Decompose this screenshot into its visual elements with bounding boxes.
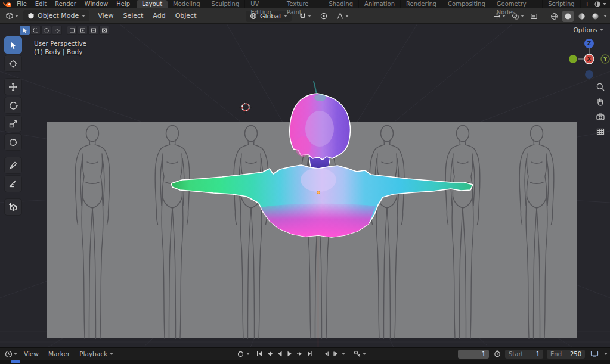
menu-object[interactable]: Object	[171, 8, 202, 24]
axis-z-neg-ball[interactable]	[585, 70, 593, 79]
tab-modeling[interactable]: Modeling	[168, 0, 206, 8]
menu-edit[interactable]: Edit	[31, 0, 51, 8]
current-frame-field[interactable]: 1	[458, 350, 489, 359]
next-keyframe-button[interactable]	[295, 349, 304, 359]
xray-icon	[530, 13, 538, 20]
shading-rendered-button[interactable]	[590, 11, 601, 22]
select-lasso-mode-button[interactable]	[52, 26, 62, 35]
auto-keying-button[interactable]	[236, 349, 245, 359]
tab-sculpting[interactable]: Sculpting	[206, 0, 246, 8]
mode-dropdown-label: Object Mode	[38, 12, 79, 20]
frame-step-caret-icon[interactable]	[342, 353, 345, 355]
scene-status-icon[interactable]	[594, 1, 601, 8]
viewport-header: Object Mode View Select Add Object Globa…	[0, 8, 610, 24]
zoom-button[interactable]	[593, 80, 608, 94]
start-frame-field[interactable]: Start 1	[505, 350, 543, 359]
options-dropdown[interactable]: Options	[570, 25, 606, 35]
head-sheen	[305, 111, 334, 147]
menu-select[interactable]: Select	[118, 8, 148, 24]
auto-keying-caret-icon[interactable]	[246, 353, 250, 355]
tool-measure[interactable]	[4, 175, 22, 192]
menu-view[interactable]: View	[93, 8, 118, 24]
tab-scripting[interactable]: Scripting	[543, 0, 580, 8]
tool-move[interactable]	[4, 78, 22, 95]
end-frame-field[interactable]: End 250	[547, 350, 585, 359]
previous-keyframe-button[interactable]	[265, 349, 274, 359]
pan-hand-button[interactable]	[593, 95, 608, 109]
tab-compositing[interactable]: Compositing	[442, 0, 491, 8]
transport-controls	[236, 349, 366, 359]
tool-annotate[interactable]	[4, 157, 22, 174]
select-box-mode-button[interactable]	[30, 26, 41, 35]
toggle-xray-button[interactable]	[528, 11, 540, 22]
mode-dropdown-caret-icon	[82, 15, 85, 17]
tab-shading[interactable]: Shading	[323, 0, 359, 8]
select-set-mode-button[interactable]	[67, 26, 77, 35]
tab-texture-paint[interactable]: Texture Paint	[281, 0, 324, 8]
select-circle-mode-button[interactable]	[41, 26, 51, 35]
menu-render[interactable]: Render	[51, 0, 80, 8]
topbar-dropdown-icon[interactable]	[603, 3, 606, 5]
play-reverse-button[interactable]	[275, 349, 284, 359]
axis-z-label: Z	[587, 41, 592, 46]
object-origin-dot	[317, 191, 320, 194]
tool-add-cube[interactable]	[4, 198, 22, 216]
viewport-info-text: User Perspective (1) Body | Body	[34, 39, 86, 56]
shading-solid-button[interactable]	[562, 11, 574, 22]
add-workspace-button[interactable]: +	[581, 0, 594, 8]
tab-animation[interactable]: Animation	[359, 0, 401, 8]
keying-set-button[interactable]	[352, 349, 361, 359]
editor-type-button[interactable]	[4, 10, 20, 21]
shading-wireframe-button[interactable]	[549, 11, 560, 22]
menu-window[interactable]: Window	[80, 0, 112, 8]
blender-logo-icon[interactable]	[2, 0, 13, 8]
axis-y-neg-ball[interactable]	[569, 55, 577, 63]
tool-scale[interactable]	[4, 115, 22, 132]
clock-icon	[5, 350, 13, 358]
tool-transform[interactable]	[4, 133, 22, 151]
shading-caret-icon[interactable]	[603, 15, 607, 17]
menu-file[interactable]: File	[13, 0, 31, 8]
proportional-editing-button[interactable]	[318, 11, 329, 22]
timeline-editor-type-button[interactable]	[3, 349, 19, 360]
jump-to-end-button[interactable]	[305, 349, 314, 359]
menu-add[interactable]: Add	[148, 8, 170, 24]
use-preview-range-button[interactable]	[493, 349, 501, 359]
play-button[interactable]	[285, 349, 294, 359]
previous-frame-button[interactable]	[321, 349, 330, 359]
keying-caret-icon[interactable]	[363, 353, 366, 355]
object-mode-icon	[27, 13, 35, 20]
mode-dropdown[interactable]: Object Mode	[23, 10, 89, 21]
tab-uv-editing[interactable]: UV Editing	[245, 0, 281, 8]
select-tweak-mode-button[interactable]	[20, 26, 30, 35]
tab-layout[interactable]: Layout	[137, 0, 168, 8]
start-frame-label: Start	[509, 351, 523, 357]
camera-view-button[interactable]	[593, 110, 608, 124]
status-bar	[0, 360, 610, 364]
timeline: View Marker Playback	[0, 347, 610, 360]
select-extend-mode-button[interactable]	[78, 26, 88, 35]
tab-rendering[interactable]: Rendering	[401, 0, 442, 8]
next-frame-button[interactable]	[332, 349, 340, 359]
header-separator	[544, 11, 544, 21]
select-intersect-mode-button[interactable]	[99, 26, 109, 35]
options-label: Options	[573, 26, 597, 33]
timeline-menu-playback[interactable]: Playback	[75, 350, 118, 357]
playback-caret-icon	[110, 353, 113, 355]
select-subtract-mode-button[interactable]	[88, 26, 98, 35]
toggle-ortho-button[interactable]	[593, 125, 608, 139]
snap-caret-icon	[308, 15, 311, 17]
viewport-3d[interactable]: Options User Perspective (1) Body | Body	[0, 24, 610, 347]
tool-rotate[interactable]	[4, 97, 22, 114]
display-mode-caret-icon[interactable]	[604, 353, 608, 355]
menu-help[interactable]: Help	[112, 0, 134, 8]
tool-cursor[interactable]	[4, 55, 22, 72]
shading-material-button[interactable]	[576, 11, 587, 22]
tool-select-box[interactable]	[4, 36, 22, 54]
timeline-menu-view[interactable]: View	[19, 350, 44, 357]
display-mode-button[interactable]	[589, 349, 600, 359]
tab-geometry-nodes[interactable]: Geometry Nodes	[491, 0, 543, 8]
timeline-menu-marker[interactable]: Marker	[44, 350, 75, 357]
jump-to-start-button[interactable]	[255, 349, 264, 359]
proportional-falloff-button[interactable]	[335, 11, 351, 22]
